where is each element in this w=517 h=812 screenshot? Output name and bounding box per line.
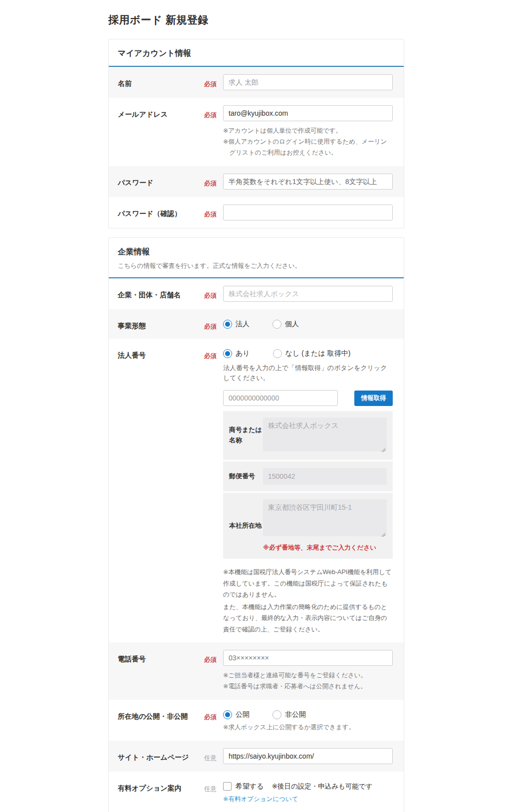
fetch-info-button[interactable]: 情報取得 bbox=[354, 391, 393, 406]
phone-label: 電話番号 bbox=[118, 650, 204, 692]
address-private-radio[interactable]: 非公開 bbox=[272, 710, 306, 719]
corporate-number-instruction: 法人番号を入力の上で「情報取得」のボタンをクリックしてください。 bbox=[223, 363, 393, 384]
company-name-label: 企業・団体・店舗名 bbox=[118, 286, 204, 302]
form-row-corporate-number: 法人番号 必須 あり なし (または 取得中) 法人番号を入力の上で「情報取得」… bbox=[109, 339, 404, 643]
company-section-header: 企業情報 こちらの情報で審査を行います。正式な情報をご入力ください。 bbox=[109, 238, 404, 278]
postal-code-input[interactable] bbox=[263, 468, 387, 485]
web-api-disclaimer-1: ※本機能は国税庁法人番号システムWeb-API機能を利用して作成しています。この… bbox=[223, 567, 393, 601]
phone-input[interactable] bbox=[223, 650, 393, 666]
form-row-phone: 電話番号 必須 ※ご担当者様と連絡可能な番号をご登録ください。 ※電話番号は求職… bbox=[109, 642, 404, 700]
trade-name-textarea[interactable] bbox=[263, 417, 387, 451]
paid-option-checkbox-label: 希望する bbox=[236, 782, 264, 791]
email-note-2: ※個人アカウントのログイン時に使用するため、メーリングリストのご利用はお控えくだ… bbox=[223, 137, 393, 159]
password-confirm-input[interactable] bbox=[223, 204, 393, 220]
phone-note-2: ※電話番号は求職者・応募者へは公開されません。 bbox=[223, 681, 393, 692]
form-row-email: メールアドレス 必須 ※アカウントは個人単位で作成可能です。 ※個人アカウントの… bbox=[109, 98, 404, 166]
email-note-1: ※アカウントは個人単位で作成可能です。 bbox=[223, 126, 393, 137]
form-row-company-name: 企業・団体・店舗名 必須 bbox=[109, 278, 404, 309]
website-label: サイト・ホームページ bbox=[118, 748, 204, 764]
required-badge: 必須 bbox=[204, 323, 217, 330]
address-public-label: 公開 bbox=[236, 710, 250, 719]
required-badge: 必須 bbox=[204, 180, 217, 187]
address-public-radio[interactable]: 公開 bbox=[223, 710, 250, 719]
password-confirm-label: パスワード（確認） bbox=[118, 204, 204, 220]
company-name-input[interactable] bbox=[223, 286, 393, 302]
email-label: メールアドレス bbox=[118, 105, 204, 159]
email-input[interactable] bbox=[223, 105, 393, 121]
address-private-label: 非公開 bbox=[285, 710, 306, 719]
account-section-title: マイアカウント情報 bbox=[118, 48, 395, 59]
radio-unchecked-icon bbox=[273, 349, 282, 358]
radio-unchecked-icon bbox=[272, 320, 281, 329]
radio-checked-icon bbox=[223, 710, 232, 719]
head-office-textarea[interactable] bbox=[263, 499, 387, 536]
paid-option-link[interactable]: ※有料オプションについて bbox=[223, 795, 393, 804]
form-row-password-confirm: パスワード（確認） 必須 bbox=[109, 197, 404, 228]
password-label: パスワード bbox=[118, 174, 204, 190]
subrow-postal-code: 郵便番号 bbox=[223, 461, 393, 491]
corporate-number-yes-radio[interactable]: あり bbox=[223, 349, 250, 358]
form-row-business-type: 事業形態 必須 法人 個人 bbox=[109, 309, 404, 339]
form-row-address-visibility: 所在地の公開・非公開 必須 公開 非公開 ※求人ボックス上に公開するか選択できま… bbox=[109, 700, 404, 741]
required-badge: 必須 bbox=[204, 112, 217, 119]
registration-page: 採用ボード 新規登録 マイアカウント情報 名前 必須 メールアドレス 必須 ※ア… bbox=[0, 13, 517, 812]
paid-option-label: 有料オプション案内 bbox=[118, 779, 204, 804]
address-visibility-label: 所在地の公開・非公開 bbox=[118, 707, 204, 733]
business-type-corporate-label: 法人 bbox=[236, 320, 250, 329]
form-row-name: 名前 必須 bbox=[109, 67, 404, 98]
required-badge: 必須 bbox=[204, 211, 217, 218]
account-section: マイアカウント情報 名前 必須 メールアドレス 必須 ※アカウントは個人単位で作… bbox=[108, 39, 404, 228]
subrow-head-office: 本社所在地 ※必ず番地等、末尾までご入力ください bbox=[223, 493, 393, 559]
company-section-subtitle: こちらの情報で審査を行います。正式な情報をご入力ください。 bbox=[118, 262, 395, 270]
web-api-disclaimer: ※本機能は国税庁法人番号システムWeb-API機能を利用して作成しています。この… bbox=[223, 567, 393, 635]
business-type-individual-radio[interactable]: 個人 bbox=[272, 320, 299, 329]
company-section-title: 企業情報 bbox=[118, 247, 395, 257]
trade-name-label: 商号または名称 bbox=[229, 425, 263, 446]
paid-option-checkbox-note: ※後日の設定・申込みも可能です bbox=[272, 782, 373, 791]
business-type-label: 事業形態 bbox=[118, 317, 204, 331]
optional-badge: 任意 bbox=[204, 786, 217, 793]
radio-checked-icon bbox=[223, 320, 232, 329]
form-row-password: パスワード 必須 bbox=[109, 166, 404, 197]
name-input[interactable] bbox=[223, 74, 393, 90]
page-title: 採用ボード 新規登録 bbox=[108, 13, 517, 27]
website-input[interactable] bbox=[223, 748, 393, 764]
corporate-number-yes-label: あり bbox=[236, 349, 250, 358]
business-type-corporate-radio[interactable]: 法人 bbox=[223, 320, 250, 329]
business-type-individual-label: 個人 bbox=[285, 320, 299, 329]
password-input[interactable] bbox=[223, 174, 393, 190]
head-office-warning: ※必ず番地等、末尾までご入力ください bbox=[263, 544, 387, 552]
subrow-trade-name: 商号または名称 bbox=[223, 411, 393, 460]
form-row-paid-option: 有料オプション案内 任意 希望する ※後日の設定・申込みも可能です ※有料オプシ… bbox=[109, 772, 404, 812]
required-badge: 必須 bbox=[204, 656, 217, 663]
name-label: 名前 bbox=[118, 74, 204, 90]
radio-unchecked-icon bbox=[272, 710, 281, 719]
required-badge: 必須 bbox=[204, 292, 217, 299]
corporate-number-label: 法人番号 bbox=[118, 346, 204, 635]
corporate-number-input[interactable] bbox=[223, 390, 338, 406]
required-badge: 必須 bbox=[204, 81, 217, 88]
corporate-number-no-radio[interactable]: なし (または 取得中) bbox=[273, 349, 351, 358]
phone-note-1: ※ご担当者様と連絡可能な番号をご登録ください。 bbox=[223, 670, 393, 681]
address-visibility-note: ※求人ボックス上に公開するか選択できます。 bbox=[223, 722, 393, 733]
web-api-disclaimer-2: また、本機能は入力作業の簡略化のために提供するものとなっており、最終的な入力・表… bbox=[223, 602, 393, 635]
head-office-label: 本社所在地 bbox=[229, 521, 263, 531]
account-section-header: マイアカウント情報 bbox=[109, 39, 404, 67]
form-row-website: サイト・ホームページ 任意 bbox=[109, 741, 404, 772]
radio-checked-icon bbox=[223, 349, 232, 358]
postal-code-label: 郵便番号 bbox=[229, 471, 263, 482]
paid-option-checkbox[interactable] bbox=[223, 782, 232, 791]
corporate-number-no-label: なし (または 取得中) bbox=[285, 349, 351, 358]
required-badge: 必須 bbox=[204, 353, 217, 360]
required-badge: 必須 bbox=[204, 714, 217, 721]
company-section: 企業情報 こちらの情報で審査を行います。正式な情報をご入力ください。 企業・団体… bbox=[108, 237, 404, 812]
corporate-info-subform: 商号または名称 郵便番号 本社所在地 bbox=[223, 411, 393, 559]
optional-badge: 任意 bbox=[204, 755, 217, 762]
